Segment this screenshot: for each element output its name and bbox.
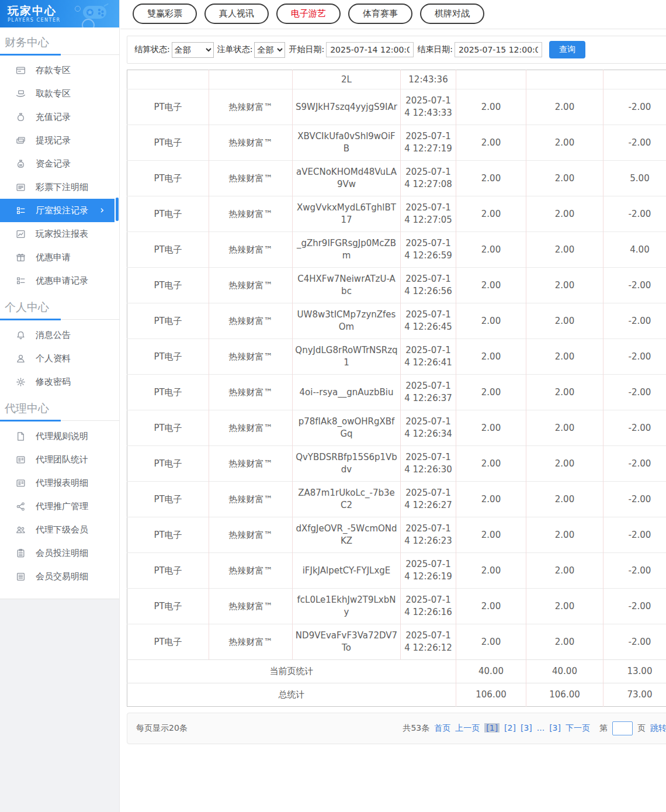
cell-result: -2.00: [603, 517, 666, 553]
deposit-icon: [16, 65, 26, 75]
cell-valid: 2.00: [526, 161, 603, 196]
cell-game: 热辣财富™: [209, 303, 293, 339]
sidebar-item-member-bets[interactable]: 会员投注明细: [0, 541, 119, 565]
sidebar-item-label: 资金记录: [36, 158, 71, 170]
end-date-input[interactable]: [455, 42, 542, 57]
sidebar-item-label: 提现记录: [36, 135, 71, 146]
cell-game: 热辣财富™: [209, 410, 293, 446]
sidebar-item-promo-apply[interactable]: 优惠申请: [0, 246, 119, 269]
promo-apply-icon: [16, 253, 26, 262]
sidebar-item-label: 存款专区: [36, 65, 71, 76]
cell-time: 2025-07-14 12:26:19: [401, 553, 456, 589]
agent-rules-icon: [16, 431, 26, 441]
start-date-input[interactable]: [326, 42, 414, 57]
sidebar-item-recharge-record[interactable]: 充值记录: [0, 105, 119, 129]
sidebar-item-member-trans[interactable]: 会员交易明细: [0, 565, 119, 588]
sidebar-item-agent-report[interactable]: 代理报表明细: [0, 471, 119, 495]
cell-platform: PT电子: [127, 125, 209, 161]
summary-result: 73.00: [603, 683, 666, 707]
cell-result: -2.00: [603, 125, 666, 161]
cell-platform: PT电子: [127, 589, 209, 624]
sidebar-section-title: 代理中心: [0, 393, 119, 420]
sidebar-item-label: 厅室投注记录: [36, 205, 88, 216]
sidebar-item-label: 代理团队统计: [36, 454, 88, 465]
page-link[interactable]: 下一页: [566, 723, 590, 732]
sidebar-item-funds-record[interactable]: 资金记录: [0, 152, 119, 175]
page-links: 首页上一页[1][2][3]...[3]下一页: [434, 723, 595, 734]
agent-members-icon: [16, 525, 26, 535]
table-row: PT电子热辣财富™p78fIAk8_owOHRgXBfGq2025-07-14 …: [127, 410, 666, 446]
cell-platform: PT电子: [127, 161, 209, 196]
cell-order-id: aVECNoKHOMd48VuLA9Vw: [293, 161, 401, 196]
cell-result: -2.00: [603, 375, 666, 410]
sidebar-item-label: 取款专区: [36, 88, 71, 99]
page-link-current: [1]: [484, 723, 500, 732]
sidebar-item-hall-bets[interactable]: 厅室投注记录›: [0, 199, 115, 222]
cell-order-id: XBVCIkUfa0vShl9wOiFB: [293, 125, 401, 161]
cell-valid: [526, 70, 603, 89]
page-link[interactable]: 首页: [434, 723, 450, 732]
page-link[interactable]: 上一页: [455, 723, 480, 732]
cell-order-id: fcL0Le1EkhJw2T9LxbNy: [293, 589, 401, 624]
pagination-bar: 每页显示20条 共53条 首页上一页[1][2][3]...[3]下一页 第 页…: [127, 713, 666, 744]
password-icon: [16, 377, 26, 387]
start-date-label: 开始日期:: [289, 44, 324, 55]
cell-game: 热辣财富™: [209, 339, 293, 375]
sidebar-item-password[interactable]: 修改密码: [0, 370, 119, 393]
sidebar-item-promo-record[interactable]: 优惠申请记录: [0, 269, 119, 292]
sidebar-item-message[interactable]: 消息公告: [0, 323, 119, 347]
table-row: PT电子热辣财富™C4HXFw7NeiwrATzU-Abc2025-07-14 …: [127, 268, 666, 303]
settle-status-select[interactable]: 全部: [172, 42, 214, 58]
cell-platform: PT电子: [127, 89, 209, 125]
sidebar-scrollbar[interactable]: [116, 198, 119, 221]
page-link[interactable]: [2]: [504, 723, 516, 732]
page-link[interactable]: [3]: [521, 723, 532, 732]
cell-bet: 2.00: [456, 446, 526, 482]
cell-game: 热辣财富™: [209, 196, 293, 232]
table-row: PT电子热辣财富™XwgVvkxMydL6TghlBT172025-07-14 …: [127, 196, 666, 232]
sidebar: 玩家中心 PLAYERS CENTER 财务中心存款专区取款专区充值记录提现记录…: [0, 0, 120, 812]
sidebar-item-agent-members[interactable]: 代理下级会员: [0, 518, 119, 541]
sidebar-item-lottery-bets[interactable]: 彩票下注明细: [0, 175, 119, 199]
page-size-text: 每页显示20条: [136, 723, 188, 734]
sidebar-section-title: 财务中心: [0, 27, 119, 54]
sidebar-item-agent-promo[interactable]: 代理推广管理: [0, 495, 119, 518]
sidebar-item-withdraw[interactable]: 取款专区: [0, 82, 119, 105]
jump-button[interactable]: 跳转: [650, 723, 666, 734]
cell-time: 2025-07-14 12:26:30: [401, 446, 456, 482]
cell-result: -2.00: [603, 196, 666, 232]
sidebar-item-player-report[interactable]: 玩家投注报表: [0, 222, 119, 246]
page-link[interactable]: [3]: [549, 723, 561, 732]
table-row: PT电子热辣财富™QvYBDSRBfp15S6p1Vbdv2025-07-14 …: [127, 446, 666, 482]
sidebar-item-agent-rules[interactable]: 代理规则说明: [0, 424, 119, 448]
nav-pill-电子游艺[interactable]: 电子游艺: [276, 4, 341, 24]
cell-platform: PT电子: [127, 624, 209, 660]
summary-valid: 40.00: [526, 660, 603, 683]
cell-valid: 2.00: [526, 89, 603, 125]
cell-bet: 2.00: [456, 339, 526, 375]
sidebar-item-agent-team[interactable]: 代理团队统计: [0, 448, 119, 471]
nav-pill-雙赢彩票[interactable]: 雙赢彩票: [133, 4, 197, 24]
sidebar-item-profile[interactable]: 个人资料: [0, 347, 119, 370]
cell-bet: 2.00: [456, 196, 526, 232]
cell-platform: PT电子: [127, 482, 209, 517]
cell-game: [209, 70, 293, 89]
order-status-select[interactable]: 全部: [254, 42, 285, 58]
search-button[interactable]: 查询: [549, 41, 585, 58]
sidebar-item-label: 玩家投注报表: [36, 229, 88, 240]
table-row: PT电子热辣财富™aVECNoKHOMd48VuLA9Vw2025-07-14 …: [127, 161, 666, 196]
sidebar-item-deposit[interactable]: 存款专区: [0, 58, 119, 82]
cell-game: 热辣财富™: [209, 89, 293, 125]
nav-pill-体育赛事[interactable]: 体育赛事: [348, 4, 412, 24]
nav-pill-棋牌对战[interactable]: 棋牌对战: [420, 4, 484, 24]
table-row: PT电子热辣财富™ND9VEvaFvF3Va72DV7To2025-07-14 …: [127, 624, 666, 660]
cell-result: -2.00: [603, 553, 666, 589]
jump-page-input[interactable]: [612, 721, 633, 735]
cell-time: 2025-07-14 12:26:12: [401, 624, 456, 660]
nav-pill-真人视讯[interactable]: 真人视讯: [204, 4, 269, 24]
hall-bets-icon: [16, 206, 26, 216]
cell-result: -2.00: [603, 339, 666, 375]
summary-bet: 40.00: [456, 660, 526, 683]
cell-platform: PT电子: [127, 268, 209, 303]
sidebar-item-withdraw-record[interactable]: 提现记录: [0, 129, 119, 152]
